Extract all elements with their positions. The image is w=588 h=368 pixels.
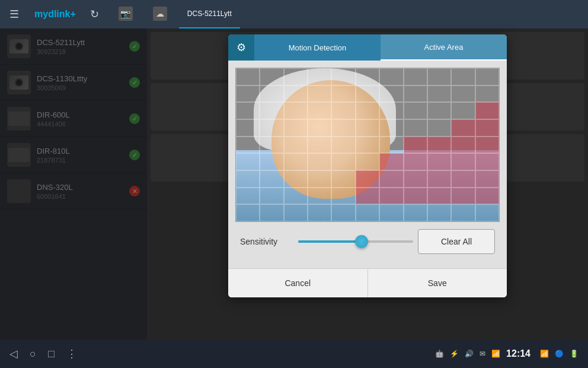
- baby-face: [271, 80, 390, 199]
- modal-header: ⚙ Motion Detection Active Area: [228, 34, 507, 61]
- camera-icon: 📷: [119, 7, 133, 21]
- tab-active-area[interactable]: Active Area: [381, 34, 507, 61]
- clear-all-button[interactable]: Clear All: [418, 229, 495, 254]
- back-icon[interactable]: ◁: [9, 347, 18, 360]
- usb-icon: ⚡: [450, 350, 459, 358]
- cloud-icon: ☁: [153, 7, 167, 21]
- slider-fill: [298, 240, 362, 243]
- nav-icons: ◁ ○ □ ⋮: [9, 347, 77, 360]
- bluetooth-icon: 🔵: [555, 350, 564, 358]
- sensitivity-slider-container: [298, 236, 413, 248]
- bottombar: ◁ ○ □ ⋮ 🤖 ⚡ 🔊 ✉ 📶 12:14 📶 🔵 🔋: [0, 340, 588, 368]
- sensitivity-row: Sensitivity Clear All: [235, 222, 500, 261]
- grid-cell-10-3[interactable]: [475, 119, 499, 137]
- wifi-icon: 📶: [540, 350, 549, 358]
- grid-cell-6-0[interactable]: [379, 68, 403, 85]
- brand-logo: mydlink+: [28, 9, 82, 20]
- tab-device-name[interactable]: DCS-5211Lytt: [179, 0, 240, 28]
- tab-motion-detection[interactable]: Motion Detection: [254, 34, 381, 61]
- active-device-label: DCS-5211Lytt: [187, 9, 232, 18]
- modal-footer: Cancel Save: [228, 268, 507, 297]
- save-button[interactable]: Save: [368, 269, 507, 297]
- grid-cell-7-1[interactable]: [404, 85, 427, 103]
- android-icon: 🤖: [435, 350, 444, 358]
- email-icon: ✉: [480, 350, 485, 358]
- refresh-button[interactable]: ↻: [84, 4, 106, 25]
- grid-cell-9-1[interactable]: [451, 85, 475, 103]
- battery-icon: 🔋: [570, 350, 579, 358]
- sensitivity-label: Sensitivity: [240, 237, 293, 246]
- status-icons: 🤖 ⚡ 🔊 ✉ 📶 12:14 📶 🔵 🔋: [435, 348, 579, 359]
- cancel-button[interactable]: Cancel: [228, 269, 368, 297]
- recents-icon[interactable]: □: [48, 348, 55, 360]
- device-tab-bar: 📷 ☁ DCS-5211Lytt: [110, 0, 240, 28]
- grid-cell-7-0[interactable]: [404, 68, 427, 85]
- tab-camera-icon[interactable]: 📷: [110, 0, 145, 28]
- grid-cell-8-1[interactable]: [427, 85, 451, 103]
- grid-cell-8-0[interactable]: [427, 68, 451, 85]
- signal-icon: 📶: [491, 350, 500, 358]
- grid-cell-8-2[interactable]: [427, 102, 451, 119]
- grid-cell-7-3[interactable]: [404, 119, 427, 137]
- topbar: ☰ mydlink+ ↻ 📷 ☁ DCS-5211Lytt: [0, 0, 588, 28]
- motion-detection-modal: ⚙ Motion Detection Active Area Sensitivi…: [228, 34, 507, 297]
- grid-cell-10-0[interactable]: [475, 68, 499, 85]
- volume-icon: 🔊: [465, 350, 474, 358]
- grid-cell-10-1[interactable]: [475, 85, 499, 103]
- grid-cell-9-0[interactable]: [451, 68, 475, 85]
- home-icon[interactable]: ○: [30, 348, 36, 360]
- time-display: 12:14: [506, 348, 531, 359]
- grid-cell-0-0[interactable]: [236, 68, 260, 85]
- slider-thumb[interactable]: [355, 235, 368, 248]
- hamburger-menu[interactable]: ☰: [0, 0, 28, 28]
- grid-cell-7-2[interactable]: [404, 102, 427, 119]
- modal-body: Sensitivity Clear All: [228, 61, 507, 268]
- menu-icon[interactable]: ⋮: [66, 347, 77, 360]
- grid-cell-8-3[interactable]: [427, 119, 451, 137]
- grid-cell-9-2[interactable]: [451, 102, 475, 119]
- tab-cloud-icon[interactable]: ☁: [145, 0, 179, 28]
- grid-cell-10-2[interactable]: [475, 102, 499, 119]
- grid-cell-9-3[interactable]: [451, 119, 475, 137]
- gear-icon: ⚙: [228, 34, 254, 61]
- camera-preview[interactable]: [235, 68, 500, 222]
- modal-container: ⚙ Motion Detection Active Area Sensitivi…: [147, 28, 588, 340]
